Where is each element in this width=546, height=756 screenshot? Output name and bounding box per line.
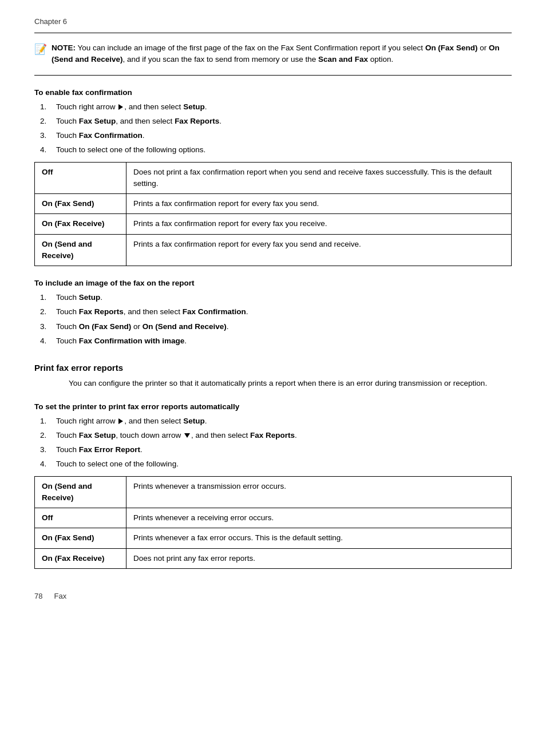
fax-confirmation-heading: To enable fax confirmation bbox=[34, 88, 512, 97]
err-option-off: Off bbox=[35, 508, 126, 528]
err-desc-off: Prints whenever a receiving error occurs… bbox=[126, 508, 512, 528]
step-4: 4. Touch to select one of the following … bbox=[40, 144, 512, 156]
include-image-heading: To include an image of the fax on the re… bbox=[34, 279, 512, 287]
table-row: On (Send andReceive) Prints a fax confir… bbox=[35, 234, 512, 266]
print-fax-error-heading: Print fax error reports bbox=[34, 363, 512, 373]
fax-confirmation-table: Off Does not print a fax confirmation re… bbox=[34, 162, 512, 267]
desc-send-receive: Prints a fax confirmation report for eve… bbox=[126, 234, 512, 266]
right-arrow-icon bbox=[118, 104, 123, 110]
option-fax-send: On (Fax Send) bbox=[35, 194, 126, 214]
step-1: 1. Touch right arrow , and then select S… bbox=[40, 101, 512, 113]
fax-confirmation-steps: 1. Touch right arrow , and then select S… bbox=[40, 101, 512, 156]
err-option-send-receive: On (Send andReceive) bbox=[35, 476, 126, 508]
img-step-2: 2. Touch Fax Reports, and then select Fa… bbox=[40, 306, 512, 318]
note-box: 📝 NOTE: You can include an image of the … bbox=[34, 39, 512, 69]
note-mid: or bbox=[477, 43, 489, 52]
desc-off: Does not print a fax confirmation report… bbox=[126, 162, 512, 194]
img-step-3: 3. Touch On (Fax Send) or On (Send and R… bbox=[40, 321, 512, 333]
note-end: , and if you scan the fax to send from m… bbox=[123, 55, 318, 64]
err-step-4: 4. Touch to select one of the following. bbox=[40, 458, 512, 470]
note-bold1: On (Fax Send) bbox=[425, 43, 478, 52]
note-label: NOTE: bbox=[52, 43, 76, 52]
footer: 78 Fax bbox=[34, 592, 512, 600]
down-arrow-icon bbox=[184, 433, 190, 438]
err-desc-send-receive: Prints whenever a transmission error occ… bbox=[126, 476, 512, 508]
img-step-1: 1. Touch Setup. bbox=[40, 292, 512, 303]
step-3: 3. Touch Fax Confirmation. bbox=[40, 130, 512, 141]
table-row: Off Does not print a fax confirmation re… bbox=[35, 162, 512, 194]
err-option-fax-send: On (Fax Send) bbox=[35, 528, 126, 548]
bottom-divider bbox=[34, 75, 512, 76]
print-fax-error-sub-heading: To set the printer to print fax error re… bbox=[34, 402, 512, 411]
print-fax-error-steps: 1. Touch right arrow , and then select S… bbox=[40, 415, 512, 470]
note-text: NOTE: You can include an image of the fi… bbox=[52, 42, 512, 66]
note-bold3: Scan and Fax bbox=[318, 55, 368, 64]
right-arrow-icon-2 bbox=[118, 418, 123, 424]
top-divider bbox=[34, 33, 512, 33]
option-fax-receive: On (Fax Receive) bbox=[35, 214, 126, 234]
err-option-fax-receive: On (Fax Receive) bbox=[35, 548, 126, 568]
err-desc-fax-send: Prints whenever a fax error occurs. This… bbox=[126, 528, 512, 548]
print-fax-error-body: You can configure the printer so that it… bbox=[69, 377, 512, 390]
note-body-text: You can include an image of the first pa… bbox=[78, 43, 425, 52]
include-image-steps: 1. Touch Setup. 2. Touch Fax Reports, an… bbox=[40, 292, 512, 347]
fax-error-table: On (Send andReceive) Prints whenever a t… bbox=[34, 476, 512, 569]
note-icon: 📝 bbox=[34, 43, 47, 56]
note-end2: option. bbox=[368, 55, 393, 64]
table-row: Off Prints whenever a receiving error oc… bbox=[35, 508, 512, 528]
footer-section: Fax bbox=[54, 592, 66, 600]
table-row: On (Fax Receive) Does not print any fax … bbox=[35, 548, 512, 568]
table-row: On (Fax Receive) Prints a fax confirmati… bbox=[35, 214, 512, 234]
table-row: On (Fax Send) Prints a fax confirmation … bbox=[35, 194, 512, 214]
desc-fax-send: Prints a fax confirmation report for eve… bbox=[126, 194, 512, 214]
err-desc-fax-receive: Does not print any fax error reports. bbox=[126, 548, 512, 568]
step-2: 2. Touch Fax Setup, and then select Fax … bbox=[40, 116, 512, 127]
err-step-3: 3. Touch Fax Error Report. bbox=[40, 444, 512, 456]
desc-fax-receive: Prints a fax confirmation report for eve… bbox=[126, 214, 512, 234]
option-send-receive: On (Send andReceive) bbox=[35, 234, 126, 266]
chapter-heading: Chapter 6 bbox=[34, 17, 512, 26]
table-row: On (Send andReceive) Prints whenever a t… bbox=[35, 476, 512, 508]
option-off: Off bbox=[35, 162, 126, 194]
err-step-2: 2. Touch Fax Setup, touch down arrow , a… bbox=[40, 430, 512, 441]
footer-page-num: 78 bbox=[34, 592, 42, 600]
table-row: On (Fax Send) Prints whenever a fax erro… bbox=[35, 528, 512, 548]
err-step-1: 1. Touch right arrow , and then select S… bbox=[40, 415, 512, 427]
img-step-4: 4. Touch Fax Confirmation with image. bbox=[40, 335, 512, 347]
